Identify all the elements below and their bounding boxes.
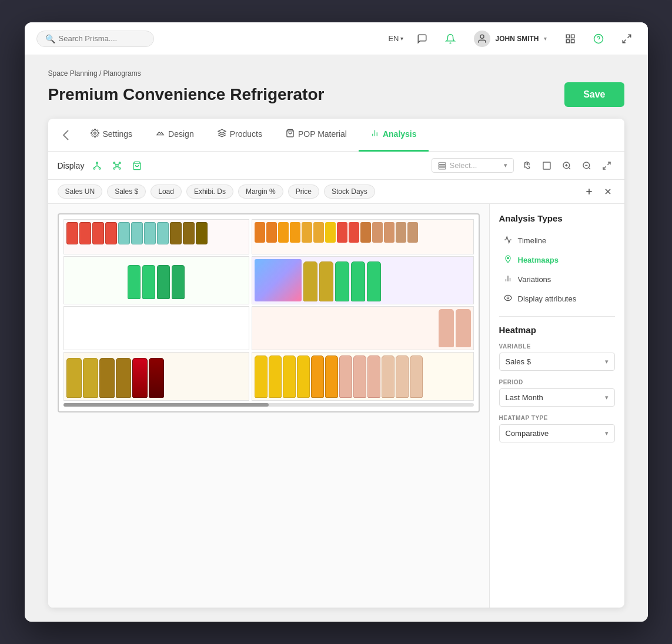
svg-marker-10 (218, 129, 226, 133)
svg-line-7 (627, 35, 630, 38)
avatar (474, 31, 490, 47)
heatmap-type-form-group: HEATMAP TYPE Comparative ▾ (499, 415, 615, 442)
analysis-type-variations[interactable]: Variations (499, 270, 615, 289)
variations-icon (503, 274, 513, 284)
heatmap-icon (503, 255, 513, 265)
filter-chip-sales-dollar[interactable]: Sales $ (107, 185, 146, 199)
planogram-area[interactable] (48, 204, 489, 608)
svg-line-42 (607, 162, 610, 165)
back-button[interactable] (58, 127, 74, 143)
filter-chip-stock-days[interactable]: Stock Days (324, 185, 375, 199)
frame-tool-icon[interactable] (539, 157, 555, 174)
zoom-in-icon[interactable] (559, 157, 575, 174)
analysis-type-display-attributes[interactable]: Display attributes (499, 290, 615, 308)
username-label: JOHN SMITH (495, 35, 539, 43)
breadcrumb-current: Planograms (103, 69, 141, 78)
product-select-dropdown[interactable]: Select... ▾ (432, 158, 514, 173)
bell-icon-btn[interactable] (441, 29, 460, 48)
display-attributes-label: Display attributes (518, 294, 577, 303)
add-filter-button[interactable] (582, 185, 596, 199)
filter-chip-price[interactable]: Price (288, 185, 319, 199)
analysis-icon (370, 129, 379, 140)
svg-rect-2 (571, 35, 574, 38)
tab-design[interactable]: Design (144, 119, 206, 152)
svg-point-0 (480, 35, 484, 38)
svg-point-22 (113, 162, 115, 164)
close-filter-button[interactable] (601, 185, 615, 199)
filter-chip-sales-un[interactable]: Sales UN (58, 185, 103, 199)
variations-label: Variations (518, 275, 551, 284)
period-form-group: PERIOD Last Month ▾ (499, 379, 615, 407)
heatmap-section-title: Heatmap (499, 325, 615, 335)
variable-chevron-icon: ▾ (605, 358, 609, 365)
tab-analysis-label: Analysis (383, 129, 417, 139)
fullscreen-icon[interactable] (599, 157, 615, 174)
select-chevron-icon: ▾ (504, 162, 507, 169)
svg-line-40 (589, 167, 590, 169)
tab-pop-material-label: POP Material (298, 129, 347, 139)
period-select[interactable]: Last Month ▾ (499, 388, 615, 407)
toolbar-right-icons (519, 157, 615, 174)
tab-design-label: Design (168, 129, 194, 139)
view-tree-icon[interactable] (89, 157, 105, 174)
variable-select[interactable]: Sales $ ▾ (499, 353, 615, 371)
app-window: 🔍 EN ▾ JOHN SMITH ▾ (25, 22, 648, 622)
search-input[interactable] (59, 34, 145, 43)
user-menu[interactable]: JOHN SMITH ▾ (469, 28, 551, 49)
filter-chip-load[interactable]: Load (151, 185, 182, 199)
breadcrumb: Space Planning / Planograms (48, 69, 624, 78)
search-bar[interactable]: 🔍 (36, 31, 154, 47)
tab-settings[interactable]: Settings (79, 119, 145, 152)
filter-chip-exhibi[interactable]: Exhibi. Ds (186, 185, 233, 199)
chevron-down-icon: ▾ (400, 35, 403, 42)
svg-rect-3 (566, 39, 569, 42)
view-basket-icon[interactable] (129, 157, 145, 174)
svg-line-20 (97, 166, 100, 167)
tab-pop-material[interactable]: POP Material (274, 119, 359, 152)
svg-line-26 (115, 163, 116, 165)
hand-tool-icon[interactable] (519, 157, 535, 174)
timeline-icon (503, 236, 513, 246)
variable-label: VARIABLE (499, 343, 615, 350)
variable-form-group: VARIABLE Sales $ ▾ (499, 343, 615, 371)
svg-line-8 (623, 39, 626, 42)
svg-line-43 (603, 166, 606, 169)
heatmap-type-chevron-icon: ▾ (605, 430, 609, 437)
analysis-type-heatmaaps[interactable]: Heatmaaps (499, 251, 615, 269)
user-chevron-icon: ▾ (544, 35, 547, 42)
filter-bar: Sales UN Sales $ Load Exhibi. Ds Margin … (48, 180, 624, 204)
analysis-type-timeline[interactable]: Timeline (499, 232, 615, 250)
svg-line-29 (118, 166, 119, 167)
heatmap-type-select[interactable]: Comparative ▾ (499, 424, 615, 442)
timeline-label: Timeline (518, 236, 547, 245)
page-title: Premium Convenience Refrigerator (48, 85, 325, 104)
help-icon-btn[interactable] (589, 29, 608, 48)
svg-rect-32 (439, 165, 446, 166)
grid-icon-btn[interactable] (561, 29, 580, 48)
display-label: Display (58, 161, 85, 170)
period-value: Last Month (506, 393, 543, 402)
chat-icon-btn[interactable] (413, 29, 432, 48)
language-selector[interactable]: EN ▾ (388, 34, 403, 43)
nav-right: EN ▾ JOHN SMITH ▾ (388, 28, 636, 49)
tab-products-label: Products (230, 129, 262, 139)
tab-products[interactable]: Products (206, 119, 274, 152)
tab-bar: Settings Design Products (48, 119, 624, 152)
filter-chip-margin[interactable]: Margin % (238, 185, 283, 199)
heatmap-type-value: Comparative (506, 429, 549, 438)
view-cluster-icon[interactable] (109, 157, 125, 174)
svg-rect-4 (571, 39, 574, 42)
zoom-out-icon[interactable] (579, 157, 595, 174)
expand-icon-btn[interactable] (617, 29, 636, 48)
svg-point-16 (93, 167, 95, 169)
svg-point-25 (119, 167, 121, 169)
save-button[interactable]: Save (564, 82, 624, 107)
heatmap-type-label: HEATMAP TYPE (499, 415, 615, 421)
tab-analysis[interactable]: Analysis (359, 119, 429, 152)
svg-line-36 (569, 167, 570, 169)
panel-divider (499, 316, 615, 317)
svg-line-27 (118, 163, 119, 165)
svg-point-9 (93, 132, 96, 134)
page-header: Premium Convenience Refrigerator Save (48, 82, 624, 107)
period-label: PERIOD (499, 379, 615, 385)
